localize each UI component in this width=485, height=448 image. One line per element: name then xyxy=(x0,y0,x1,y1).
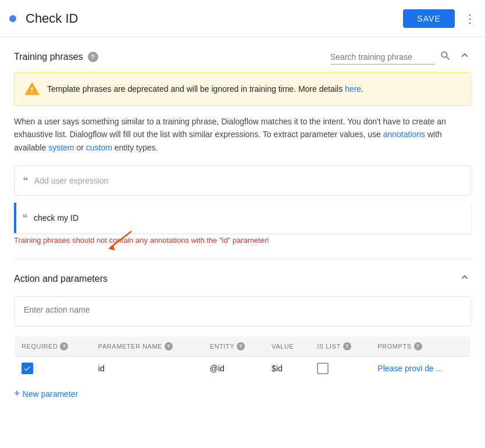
cell-is-list xyxy=(310,357,370,381)
warning-text: Template phrases are deprecated and will… xyxy=(47,83,363,95)
page-title: Check ID xyxy=(26,11,403,26)
cell-entity: @id xyxy=(203,357,265,381)
training-phrases-header: Training phrases ? xyxy=(14,37,471,72)
search-icon[interactable] xyxy=(440,50,451,64)
required-help-icon[interactable]: ? xyxy=(60,342,68,350)
parameters-table: REQUIRED ? PARAMETER NAME ? ENTITY xyxy=(14,336,471,381)
save-button[interactable]: SAVE xyxy=(403,9,455,28)
system-link[interactable]: system xyxy=(48,143,74,152)
active-quote-icon: ❝ xyxy=(22,212,28,224)
is-list-checkbox[interactable] xyxy=(317,363,329,374)
is-list-help-icon[interactable]: ? xyxy=(343,342,351,350)
action-name-box[interactable] xyxy=(14,296,471,327)
app-header: Check ID SAVE ⋮ xyxy=(0,0,485,37)
add-expression-placeholder: Add user expression xyxy=(34,176,109,185)
action-name-input[interactable] xyxy=(24,305,461,314)
col-entity: ENTITY ? xyxy=(203,336,265,357)
more-options-icon[interactable]: ⋮ xyxy=(464,12,476,26)
expression-text: check my ID xyxy=(34,213,79,223)
status-dot xyxy=(9,15,16,22)
warning-link[interactable]: here xyxy=(345,84,361,94)
collapse-training-phrases-icon[interactable] xyxy=(458,49,471,65)
cell-value: $id xyxy=(265,357,310,381)
table-header-row: REQUIRED ? PARAMETER NAME ? ENTITY xyxy=(15,336,471,357)
action-section-header: Action and parameters xyxy=(14,271,471,287)
expression-error-container: ❝ check my ID Training phrases should no… xyxy=(14,203,471,245)
action-parameters-title: Action and parameters xyxy=(14,274,108,284)
required-checkbox[interactable] xyxy=(22,363,33,374)
entity-help-icon[interactable]: ? xyxy=(237,342,245,350)
quote-icon: ❝ xyxy=(23,174,28,187)
col-prompts: PROMPTS ? xyxy=(370,336,470,357)
info-text: When a user says something similar to a … xyxy=(14,115,471,154)
training-phrases-help-icon[interactable]: ? xyxy=(88,52,98,62)
new-parameter-label: New parameter xyxy=(23,389,79,399)
error-text-wrapper: Training phrases should not contain any … xyxy=(14,233,471,245)
main-content: Training phrases ? Template phrases are … xyxy=(0,37,485,414)
param-name-help-icon[interactable]: ? xyxy=(165,342,173,350)
custom-link[interactable]: custom xyxy=(86,143,112,152)
warning-triangle-icon xyxy=(24,81,40,97)
col-is-list: IS LIST ? xyxy=(310,336,370,357)
error-arrow-svg xyxy=(102,228,137,252)
table-row: id @id $id Please provi de ... xyxy=(15,357,471,381)
new-parameter-button[interactable]: + New parameter xyxy=(14,381,78,400)
plus-icon: + xyxy=(14,388,20,400)
cell-required xyxy=(15,357,91,381)
svg-line-0 xyxy=(111,231,131,247)
add-expression-box[interactable]: ❝ Add user expression xyxy=(14,166,471,196)
active-expression-box[interactable]: ❝ check my ID xyxy=(14,203,471,233)
error-message: Training phrases should not contain any … xyxy=(14,234,269,247)
col-required: REQUIRED ? xyxy=(15,336,91,357)
warning-banner: Template phrases are deprecated and will… xyxy=(14,72,471,106)
cell-parameter-name: id xyxy=(91,357,203,381)
prompts-link[interactable]: Please provi de ... xyxy=(377,364,443,373)
col-value: VALUE xyxy=(265,336,310,357)
search-row xyxy=(330,49,471,65)
section-title-row: Training phrases ? xyxy=(14,52,98,62)
search-training-phrase-input[interactable] xyxy=(330,50,435,64)
prompts-help-icon[interactable]: ? xyxy=(414,342,422,350)
col-parameter-name: PARAMETER NAME ? xyxy=(91,336,203,357)
collapse-action-section-icon[interactable] xyxy=(458,271,471,287)
annotations-link[interactable]: annotations xyxy=(383,130,425,139)
training-phrases-title: Training phrases xyxy=(14,52,83,62)
action-parameters-section: Action and parameters REQUIRED ? xyxy=(14,259,471,400)
cell-prompts: Please provi de ... xyxy=(370,357,470,381)
